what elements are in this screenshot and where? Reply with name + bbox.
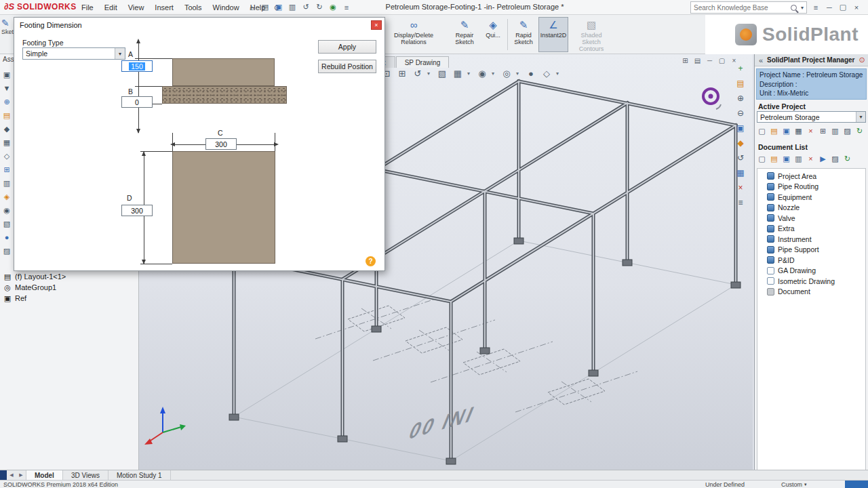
tree-item-project-area[interactable]: Project Area <box>757 171 865 182</box>
sketch-feature-icon[interactable]: ▨ <box>1 245 13 256</box>
view-settings-icon[interactable]: ◇ <box>540 68 553 79</box>
tree-item-layout[interactable]: ▤ (f) Layout-1<1> <box>3 271 136 282</box>
delete-project-icon[interactable]: × <box>805 125 816 136</box>
more-tools-icon[interactable]: ≡ <box>734 197 747 208</box>
maximize-icon[interactable]: ▢ <box>837 1 849 13</box>
tree-item-document[interactable]: Document <box>757 287 865 298</box>
tree-item-nozzle[interactable]: Nozzle <box>757 203 865 214</box>
tab-scroll-right-icon[interactable]: ▶ <box>16 470 26 480</box>
doc-restore-icon[interactable]: ▢ <box>717 56 727 65</box>
chevron-down-icon[interactable]: ▾ <box>556 70 561 77</box>
save-icon[interactable]: ▣ <box>273 1 285 13</box>
project-grid-icon[interactable]: ▦ <box>793 125 804 136</box>
active-project-select[interactable]: Petroleum Storage ▾ <box>757 111 866 123</box>
delete-document-icon[interactable]: × <box>805 153 816 164</box>
save-view-icon[interactable]: ▣ <box>734 122 747 134</box>
footing-dimension-dialog[interactable]: Footing Dimension × Footing Type Simple … <box>14 17 385 271</box>
zoom-area-icon[interactable]: ⊞ <box>396 68 408 79</box>
rebuild-position-button[interactable]: Rebuild Position <box>318 60 376 73</box>
display-delete-relations-button[interactable]: ∞ Display/Delete Relations <box>381 17 446 52</box>
menu-view[interactable]: View <box>123 1 150 14</box>
help-icon[interactable]: ? <box>366 256 376 266</box>
rotate-view-icon[interactable]: ↺ <box>734 152 747 163</box>
menu-insert[interactable]: Insert <box>149 1 179 14</box>
home-icon[interactable]: ⌂ <box>245 1 258 13</box>
tree-item-equipment[interactable]: Equipment <box>757 192 865 203</box>
sensors-icon[interactable]: ⊕ <box>1 96 13 107</box>
repair-sketch-button[interactable]: ✎ Repair Sketch <box>448 17 481 52</box>
tree-item-instrument[interactable]: Instrument <box>757 234 865 245</box>
dim-input-d[interactable]: 300 <box>121 205 153 216</box>
run-document-icon[interactable]: ▶ <box>817 153 829 164</box>
tree-item-valve[interactable]: Valve <box>757 213 865 224</box>
open-document-icon[interactable]: ▤ <box>768 153 780 164</box>
dim-input-c[interactable]: 300 <box>205 138 237 150</box>
copy-project-icon[interactable]: ⊞ <box>817 125 829 136</box>
open-project-icon[interactable]: ▤ <box>768 125 780 136</box>
project-table-icon[interactable]: ▥ <box>829 125 841 136</box>
tree-item-pipe-routing[interactable]: Pipe Routing <box>757 182 865 192</box>
search-dropdown-icon[interactable]: ▾ <box>798 2 806 14</box>
history-icon[interactable]: ▼ <box>1 83 13 94</box>
document-report-icon[interactable]: ▨ <box>829 153 841 164</box>
display-style-icon[interactable]: ◉ <box>476 68 488 79</box>
menu-file[interactable]: File <box>76 1 99 14</box>
open-icon[interactable]: ▤ <box>259 1 271 13</box>
section-view-icon[interactable]: ▧ <box>436 68 448 79</box>
view-orientation-icon[interactable]: ▦ <box>452 68 464 79</box>
chevron-down-icon[interactable]: ▾ <box>467 70 473 77</box>
undo-icon[interactable]: ↺ <box>300 1 312 13</box>
document-table-icon[interactable]: ▥ <box>793 153 804 164</box>
dim-input-b[interactable]: 0 <box>121 96 153 108</box>
tree-item-ref[interactable]: ▣ Ref <box>3 293 136 304</box>
minimize-icon[interactable]: ─ <box>823 1 835 13</box>
front-plane-icon[interactable]: ◆ <box>1 123 13 134</box>
tree-item-isometric-drawing[interactable]: Isometric Drawing <box>757 276 865 287</box>
print-icon[interactable]: ▥ <box>286 1 298 13</box>
grid-icon[interactable]: ▦ <box>734 167 747 178</box>
quick-snaps-button[interactable]: ◈ Qui... <box>481 17 505 52</box>
refresh-project-icon[interactable]: ↻ <box>854 125 865 136</box>
doc-minimize-icon[interactable]: ─ <box>705 56 715 65</box>
mate-icon[interactable]: ● <box>1 232 13 243</box>
tree-item-extra[interactable]: Extra <box>757 224 865 235</box>
chevron-down-icon[interactable]: ▾ <box>516 70 521 77</box>
footing-type-select[interactable]: Simple ▾ <box>22 47 125 60</box>
zoom-in-icon[interactable]: ⊕ <box>734 92 747 104</box>
chevron-down-icon[interactable]: ▾ <box>427 70 433 77</box>
pane-layout-icon[interactable]: ▤ <box>692 56 703 65</box>
shaded-sketch-contours-button[interactable]: ▧ Shaded Sketch Contours <box>570 17 613 52</box>
edit-appearance-icon[interactable]: ● <box>525 68 537 79</box>
save-document-icon[interactable]: ▣ <box>781 153 792 164</box>
top-plane-icon[interactable]: ▦ <box>1 137 13 148</box>
tree-item-pipe-support[interactable]: Pipe Support <box>757 245 865 256</box>
new-project-icon[interactable]: ▢ <box>756 125 768 136</box>
tree-item-ga-drawing[interactable]: GA Drawing <box>757 266 865 277</box>
instant2d-button[interactable]: ∠ Instant2D <box>538 17 568 52</box>
unit-system-select[interactable]: Custom ▾ <box>781 481 807 488</box>
dim-input-a[interactable]: 150 <box>121 60 153 72</box>
open-tool-icon[interactable]: ▤ <box>734 77 747 89</box>
component-icon[interactable]: ◉ <box>1 205 13 216</box>
split-view-icon[interactable]: ⊞ <box>680 56 690 65</box>
zoom-out-icon[interactable]: ⊖ <box>734 107 747 119</box>
pattern-icon[interactable]: ▧ <box>1 218 13 229</box>
menu-tools[interactable]: Tools <box>179 1 208 14</box>
redo-icon[interactable]: ↻ <box>313 1 326 13</box>
chevron-down-icon[interactable]: ▾ <box>492 70 497 77</box>
menu-window[interactable]: Window <box>208 1 245 14</box>
origin-icon[interactable]: ⊞ <box>1 164 13 175</box>
doc-tab-sp-drawing[interactable]: SP Drawing <box>396 56 449 68</box>
measure-icon[interactable]: ◆ <box>734 137 747 148</box>
collapse-panel-icon[interactable]: « <box>757 54 765 66</box>
delete-tool-icon[interactable]: × <box>734 182 747 193</box>
app-options-icon[interactable]: ≡ <box>810 1 822 13</box>
folder-icon[interactable]: ◈ <box>1 191 13 202</box>
assembly-icon[interactable]: ▣ <box>1 69 13 80</box>
tab-3d-views[interactable]: 3D Views <box>63 470 108 480</box>
previous-view-icon[interactable]: ↺ <box>412 68 424 79</box>
search-input[interactable] <box>691 4 791 12</box>
save-project-icon[interactable]: ▣ <box>781 125 792 136</box>
tab-scroll-left-icon[interactable]: ◀ <box>7 470 16 480</box>
dialog-close-icon[interactable]: × <box>371 20 382 30</box>
